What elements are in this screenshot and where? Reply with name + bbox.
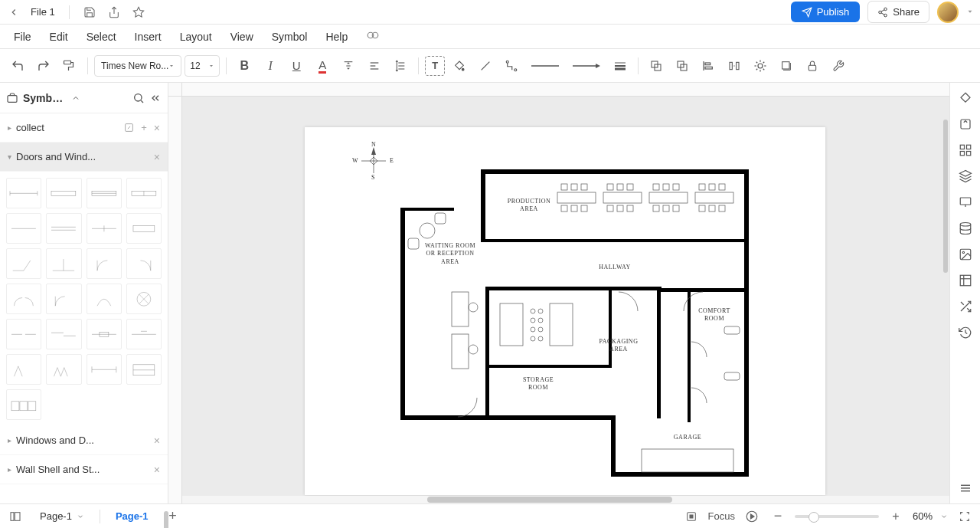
- symbol-wall-opening-3[interactable]: [87, 178, 122, 208]
- format-painter-icon[interactable]: [58, 54, 81, 77]
- bring-front-icon[interactable]: [671, 54, 694, 77]
- bold-icon[interactable]: B: [233, 54, 256, 77]
- menu-view[interactable]: View: [223, 28, 261, 46]
- layers-icon[interactable]: [955, 166, 976, 187]
- lock-icon[interactable]: [801, 54, 824, 77]
- italic-icon[interactable]: I: [259, 54, 282, 77]
- label-storage[interactable]: STORAGE ROOM: [515, 376, 561, 392]
- symbol-door-double-1[interactable]: [6, 284, 41, 314]
- page-selector[interactable]: Page-1: [32, 507, 92, 525]
- text-align-v-icon[interactable]: [337, 54, 360, 77]
- scrollbar-v[interactable]: [942, 97, 949, 503]
- back-button[interactable]: [6, 5, 21, 20]
- align-left-icon[interactable]: [697, 54, 720, 77]
- save-icon[interactable]: [80, 3, 99, 21]
- label-hallway[interactable]: HALLWAY: [588, 264, 642, 271]
- menu-symbol[interactable]: Symbol: [264, 28, 315, 46]
- tools-icon[interactable]: [827, 54, 850, 77]
- theme-icon[interactable]: [955, 87, 976, 109]
- fill-color-icon[interactable]: [448, 54, 471, 77]
- zoom-dropdown-icon[interactable]: [940, 513, 948, 520]
- symbol-door-double-2[interactable]: [46, 284, 81, 314]
- table-icon[interactable]: [955, 270, 976, 291]
- canvas-area[interactable]: N S E W: [168, 83, 949, 503]
- arrow-style-icon[interactable]: [567, 54, 606, 77]
- library-wall-shell[interactable]: ▸ Wall Shell and St... ×: [0, 455, 168, 484]
- image-icon[interactable]: [955, 244, 976, 265]
- avatar-dropdown-icon[interactable]: [966, 6, 974, 18]
- zoom-slider[interactable]: [795, 515, 879, 518]
- export-icon[interactable]: [105, 3, 123, 21]
- font-family-select[interactable]: Times New Ro...: [94, 55, 181, 77]
- redo-icon[interactable]: [32, 54, 55, 77]
- canvas-page[interactable]: N S E W: [305, 127, 825, 495]
- menu-help[interactable]: Help: [318, 28, 355, 46]
- zoom-out-icon[interactable]: −: [769, 507, 787, 526]
- symbol-revolving-door[interactable]: [126, 284, 162, 314]
- symbol-triple-opening[interactable]: [6, 389, 41, 420]
- search-icon[interactable]: [132, 92, 145, 104]
- line-weight-icon[interactable]: [609, 54, 632, 77]
- close-icon[interactable]: ×: [154, 122, 160, 134]
- grid-icon[interactable]: [955, 139, 976, 161]
- symbol-opening-wide[interactable]: [87, 354, 122, 385]
- star-icon[interactable]: [129, 3, 148, 21]
- history-icon[interactable]: [955, 322, 976, 343]
- library-doors-windows[interactable]: ▾ Doors and Wind... ×: [0, 143, 168, 172]
- symbol-slider-4[interactable]: [126, 319, 162, 349]
- play-icon[interactable]: [743, 507, 761, 526]
- menu-select[interactable]: Select: [79, 28, 124, 46]
- line-style-icon[interactable]: [526, 54, 564, 77]
- label-comfort[interactable]: COMFORT ROOM: [691, 307, 737, 323]
- page-tab-1[interactable]: Page-1: [108, 507, 156, 525]
- distribute-icon[interactable]: [723, 54, 746, 77]
- symbol-window-2[interactable]: [46, 213, 81, 244]
- menu-icon[interactable]: [955, 477, 976, 499]
- symbol-garage-door[interactable]: [126, 354, 162, 385]
- font-color-icon[interactable]: A: [311, 54, 334, 77]
- menu-layout[interactable]: Layout: [172, 28, 220, 46]
- font-size-select[interactable]: 12: [185, 55, 220, 77]
- share-button[interactable]: Share: [867, 1, 929, 23]
- label-packaging[interactable]: PACKAGING AREA: [592, 338, 645, 354]
- avatar[interactable]: [937, 2, 959, 23]
- effects-icon[interactable]: [749, 54, 772, 77]
- symbol-wall-opening-4[interactable]: [126, 178, 162, 208]
- symbol-window-1[interactable]: [6, 213, 41, 244]
- line-color-icon[interactable]: [474, 54, 497, 77]
- menu-ai-icon[interactable]: [358, 25, 387, 48]
- menu-file[interactable]: File: [6, 28, 39, 46]
- send-back-icon[interactable]: [645, 54, 668, 77]
- close-icon[interactable]: ×: [154, 464, 160, 476]
- text-align-h-icon[interactable]: [363, 54, 386, 77]
- chevron-up-icon[interactable]: [71, 93, 80, 103]
- shadow-icon[interactable]: [775, 54, 798, 77]
- file-name[interactable]: File 1: [28, 6, 58, 18]
- symbol-bifold-1[interactable]: [6, 354, 41, 385]
- collapse-icon[interactable]: [149, 92, 162, 104]
- label-production[interactable]: PRODUCTION AREA: [502, 198, 556, 214]
- symbol-door-hinge-1[interactable]: [6, 248, 41, 279]
- symbol-slider-2[interactable]: [46, 319, 81, 349]
- underline-icon[interactable]: U: [285, 54, 308, 77]
- text-tool-icon[interactable]: T: [425, 56, 445, 76]
- symbol-bifold-2[interactable]: [46, 354, 81, 385]
- library-windows-doors[interactable]: ▸ Windows and D... ×: [0, 426, 168, 455]
- shuffle-icon[interactable]: [955, 296, 976, 317]
- outline-icon[interactable]: [6, 507, 24, 526]
- symbol-door-swing-2[interactable]: [126, 248, 162, 279]
- symbol-window-4[interactable]: [126, 213, 162, 244]
- presentation-icon[interactable]: [955, 192, 976, 213]
- library-collect[interactable]: ▸ collect + ×: [0, 113, 168, 143]
- symbol-door-swing-1[interactable]: [87, 248, 122, 279]
- label-waiting[interactable]: WAITING ROOM OR RECEPTION AREA: [423, 242, 477, 266]
- symbol-slider-3[interactable]: [87, 319, 122, 349]
- plus-icon[interactable]: +: [141, 122, 147, 133]
- focus-mode-icon[interactable]: [682, 507, 701, 526]
- undo-icon[interactable]: [6, 54, 29, 77]
- line-spacing-icon[interactable]: [389, 54, 412, 77]
- symbol-wall-opening-2[interactable]: [46, 178, 81, 208]
- label-garage[interactable]: GARAGE: [665, 434, 710, 441]
- symbol-window-3[interactable]: [87, 213, 122, 244]
- menu-edit[interactable]: Edit: [42, 28, 76, 46]
